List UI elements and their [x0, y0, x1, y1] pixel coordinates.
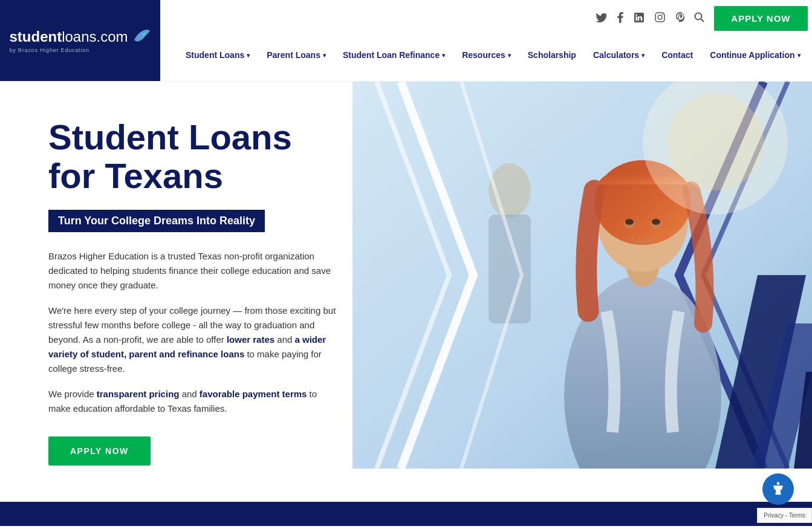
logo-bold: student	[9, 28, 62, 45]
nav-parent-loans-label: Parent Loans	[267, 50, 320, 60]
hero-image-area	[352, 82, 812, 469]
svg-point-18	[667, 94, 764, 190]
hero-title-line2: for Texans	[48, 156, 223, 195]
apply-now-button-top[interactable]: APPLY NOW	[714, 6, 807, 31]
footer-bar	[0, 502, 812, 526]
svg-point-15	[625, 219, 634, 225]
instagram-link[interactable]	[655, 12, 665, 25]
nav-contact[interactable]: Contact	[654, 45, 700, 65]
accessibility-button[interactable]	[762, 473, 794, 505]
logo-brand-line: studentloans.com	[9, 28, 151, 46]
linkedin-link[interactable]	[634, 13, 644, 25]
svg-point-22	[777, 482, 780, 485]
hero-section: Student Loans for Texans Turn Your Colle…	[0, 82, 812, 502]
hero-para2-bold1: lower rates	[227, 334, 274, 345]
hero-para2-mid: and	[274, 334, 294, 345]
hero-subtitle: Turn Your College Dreams Into Reality	[48, 210, 265, 232]
nav-student-loans[interactable]: Student Loans ▾	[178, 45, 257, 65]
nav-student-loans-label: Student Loans	[186, 50, 244, 60]
svg-line-4	[701, 19, 704, 22]
hero-para3: We provide transparent pricing and favor…	[48, 387, 339, 416]
site-header: studentloans.com by Brazos Higher Educat…	[0, 0, 812, 82]
twitter-link[interactable]	[596, 13, 606, 25]
nav-parent-loans[interactable]: Parent Loans ▾	[259, 45, 333, 65]
hero-para1: Brazos Higher Education is a trusted Tex…	[48, 249, 339, 293]
recaptcha-text: Privacy - Terms	[764, 512, 805, 519]
nav-continue-chevron: ▾	[797, 52, 801, 59]
nav-scholarship[interactable]: Scholarship	[521, 45, 583, 65]
logo-name: studentloans.com	[9, 28, 128, 45]
nav-scholarship-label: Scholarship	[528, 50, 576, 60]
nav-refinance[interactable]: Student Loan Refinance ▾	[336, 45, 452, 65]
nav-resources-chevron: ▾	[508, 52, 511, 59]
nav-continue-application[interactable]: Continue Application ▾	[703, 45, 807, 65]
search-button[interactable]	[694, 12, 704, 25]
top-bar: APPLY NOW	[160, 0, 812, 37]
apply-now-button-hero[interactable]: APPLY NOW	[48, 437, 151, 466]
facebook-link[interactable]	[617, 12, 623, 25]
nav-resources-label: Resources	[462, 50, 505, 60]
nav-calculators[interactable]: Calculators ▾	[586, 45, 652, 65]
social-icons	[596, 12, 684, 25]
logo-light: loans.com	[62, 28, 128, 45]
main-nav: Student Loans ▾ Parent Loans ▾ Student L…	[160, 37, 812, 73]
nav-calculators-chevron: ▾	[641, 52, 645, 59]
svg-point-3	[695, 13, 702, 20]
recaptcha-notice: Privacy - Terms	[757, 508, 812, 523]
nav-calculators-label: Calculators	[593, 50, 639, 60]
nav-refinance-label: Student Loan Refinance	[343, 50, 440, 60]
nav-student-loans-chevron: ▾	[247, 52, 250, 59]
logo-area: studentloans.com by Brazos Higher Educat…	[0, 0, 160, 81]
bird-icon	[133, 28, 151, 46]
nav-resources[interactable]: Resources ▾	[455, 45, 518, 65]
svg-rect-0	[655, 13, 664, 22]
logo-wrapper: studentloans.com by Brazos Higher Educat…	[9, 28, 151, 53]
hero-para2: We're here every step of your college jo…	[48, 303, 339, 376]
logo-by-line: by Brazos Higher Education	[9, 47, 89, 53]
hero-para3-start: We provide	[48, 389, 97, 399]
hero-para3-mid: and	[179, 389, 199, 399]
hero-para3-bold2: favorable payment terms	[200, 389, 307, 399]
pinterest-link[interactable]	[676, 12, 684, 25]
hero-para3-bold1: transparent pricing	[97, 389, 180, 399]
hero-graphic	[352, 82, 812, 469]
hero-content: Student Loans for Texans Turn Your Colle…	[0, 82, 375, 502]
hero-title: Student Loans for Texans	[48, 118, 339, 195]
nav-continue-label: Continue Application	[710, 50, 794, 60]
svg-point-2	[662, 14, 663, 15]
nav-parent-loans-chevron: ▾	[323, 52, 326, 59]
nav-contact-label: Contact	[661, 50, 693, 60]
hero-title-line1: Student Loans	[48, 117, 292, 157]
svg-point-16	[652, 219, 660, 225]
header-right: APPLY NOW Student Loans ▾ Parent Loans ▾…	[160, 0, 812, 81]
nav-refinance-chevron: ▾	[442, 52, 445, 59]
svg-point-1	[658, 15, 662, 19]
accessibility-icon	[770, 481, 787, 498]
